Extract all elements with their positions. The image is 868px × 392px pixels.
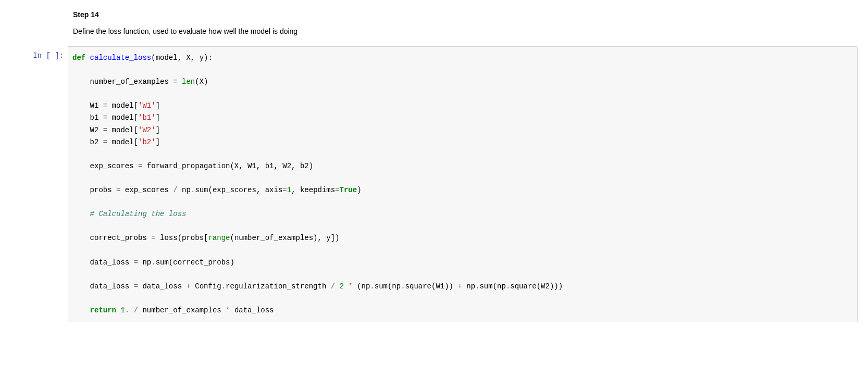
markdown-cell: Step 14 Define the loss function, used t… xyxy=(73,10,858,37)
notebook-container: Step 14 Define the loss function, used t… xyxy=(0,0,868,333)
code-content[interactable]: def calculate_loss(model, X, y): number_… xyxy=(72,52,853,317)
input-prompt: In [ ]: xyxy=(5,46,68,60)
code-input-area[interactable]: def calculate_loss(model, X, y): number_… xyxy=(68,46,858,322)
step-heading: Step 14 xyxy=(73,10,858,19)
step-description: Define the loss function, used to evalua… xyxy=(73,26,858,37)
code-cell: In [ ]: def calculate_loss(model, X, y):… xyxy=(5,46,863,322)
